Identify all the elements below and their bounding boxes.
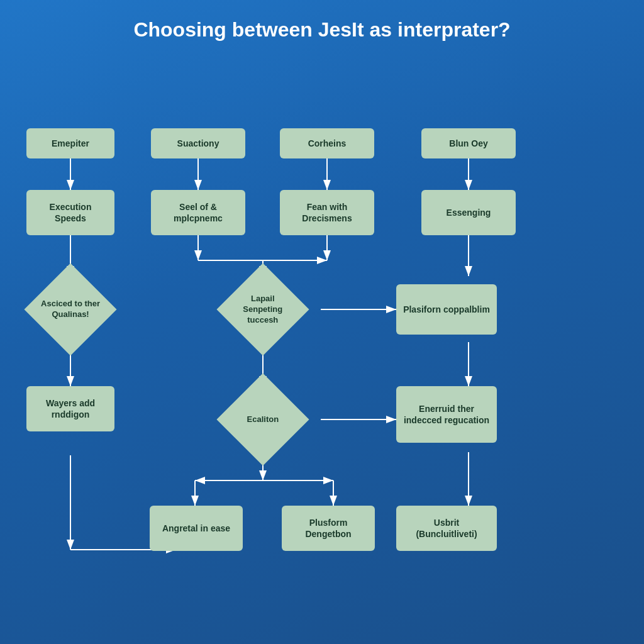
flowchart: Emepiter Suactiony Corheins Blun Oey Exe…	[0, 53, 644, 634]
second-row-box-1: Execution Speeds	[26, 190, 114, 235]
top-box-4: Blun Oey	[421, 128, 516, 158]
diamond-2: Lapail Senpeting tuccesh	[192, 276, 333, 342]
lower-box-6: Usbrit (Buncluitliveti)	[396, 506, 497, 551]
lower-box-4: Angretal in ease	[150, 506, 243, 551]
diamond-3: Ecaliton	[192, 386, 333, 452]
top-box-1: Emepiter	[26, 128, 114, 158]
top-box-2: Suactiony	[151, 128, 245, 158]
second-row-box-2: Seel of & mplcpnemc	[151, 190, 245, 235]
second-row-box-3: Fean with Drecismens	[280, 190, 374, 235]
lower-box-3: Enerruid ther indecced regucation	[396, 386, 497, 443]
lower-box-1: Wayers add rnddigon	[26, 386, 114, 431]
diamond-1: Asciced to ther Qualinas!	[19, 276, 122, 342]
lower-box-5: Plusform Dengetbon	[282, 506, 375, 551]
second-row-box-4: Essenging	[421, 190, 516, 235]
lower-box-2: Plasiforn coppalblim	[396, 284, 497, 335]
page-title: Choosing between JesIt as interprater?	[0, 0, 644, 53]
top-box-3: Corheins	[280, 128, 374, 158]
